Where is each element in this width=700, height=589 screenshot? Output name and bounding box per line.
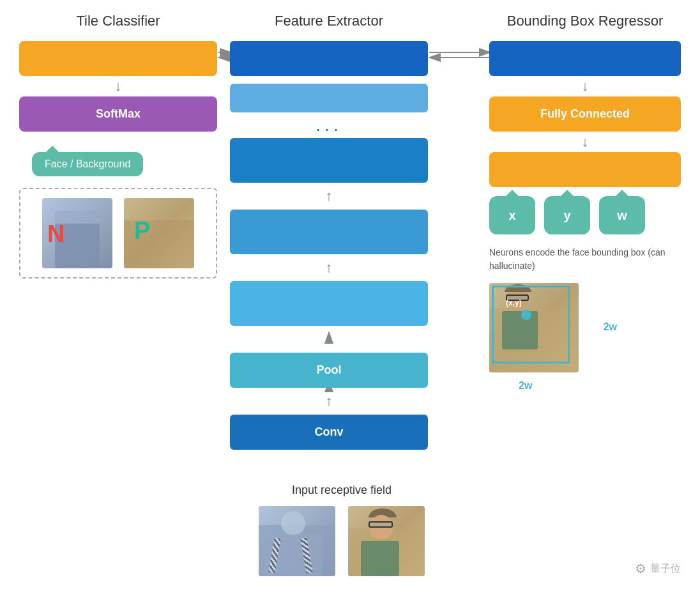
bbr-orange-bar [489, 152, 681, 187]
fe-bar-2 [230, 84, 428, 112]
input-receptive-title: Input receptive field [217, 484, 466, 497]
tile-classifier-title: Tile Classifier [19, 13, 217, 29]
bbox-regressor-column: Bounding Box Regressor ↓ Fully Connected… [489, 13, 681, 392]
arrow-up-4: ↑ [230, 331, 428, 348]
arrow-down-1: ↓ [19, 77, 217, 95]
coord-y-badge: y [544, 196, 590, 234]
softmax-bar: SoftMax [19, 96, 217, 132]
input-receptive-field: Input receptive field [217, 484, 466, 576]
coord-w-badge: w [599, 196, 645, 234]
arrow-down-bbr-2: ↓ [489, 133, 681, 151]
receptive-img-2 [348, 506, 425, 576]
watermark-text: 量子位 [650, 562, 681, 576]
fe-conv-bar: Conv [230, 415, 428, 450]
sample-image-n: N [42, 198, 112, 268]
bbox-illustration: (x,y) 2w 2w [489, 283, 617, 392]
feature-extractor-column: Feature Extractor ... ↑ ↑ ↑ Pool ↑ [230, 13, 428, 450]
fe-bar-4 [230, 210, 428, 254]
fe-top-bar [230, 41, 428, 76]
bbox-rect [492, 286, 570, 363]
fe-bar-3 [230, 138, 428, 183]
receptive-images [217, 506, 466, 576]
watermark: ⚙ 量子位 [635, 561, 681, 576]
fully-connected-bar: Fully Connected [489, 96, 681, 132]
letter-p: P [134, 217, 150, 245]
bbox-2w-bottom: 2w [519, 380, 532, 392]
arrow-up-2: ↑ [230, 188, 428, 204]
bbox-dot [521, 310, 531, 320]
bbr-top-bar [489, 41, 681, 76]
neurons-text: Neurons encode the face bounding box (ca… [489, 246, 681, 273]
letter-n: N [47, 220, 65, 248]
bbox-regressor-title: Bounding Box Regressor [489, 13, 681, 29]
tile-classifier-column: Tile Classifier ↓ SoftMax Face / Backgro… [19, 13, 217, 279]
sample-images-box: N P [19, 188, 217, 279]
watermark-icon: ⚙ [635, 561, 646, 576]
face-background-badge: Face / Background [32, 152, 143, 176]
fe-dots: ... [230, 115, 428, 135]
xy-label: (x,y) [506, 298, 522, 307]
arrow-down-bbr-1: ↓ [489, 77, 681, 95]
fe-bar-5 [230, 281, 428, 326]
fe-pool-bar: Pool [230, 353, 428, 388]
receptive-img-1 [259, 506, 335, 576]
bbox-photo: (x,y) [489, 283, 579, 372]
tile-classifier-top-bar [19, 41, 217, 76]
diagram: Tile Classifier ↓ SoftMax Face / Backgro… [0, 0, 700, 589]
bbox-2w-right: 2w [604, 321, 617, 333]
coord-badges: x y w [489, 196, 681, 234]
arrow-up-5: ↑ [230, 393, 428, 409]
coord-x-badge: x [489, 196, 535, 234]
arrow-up-3: ↑ [230, 259, 428, 276]
sample-image-p: P [124, 198, 194, 268]
feature-extractor-title: Feature Extractor [230, 13, 428, 29]
